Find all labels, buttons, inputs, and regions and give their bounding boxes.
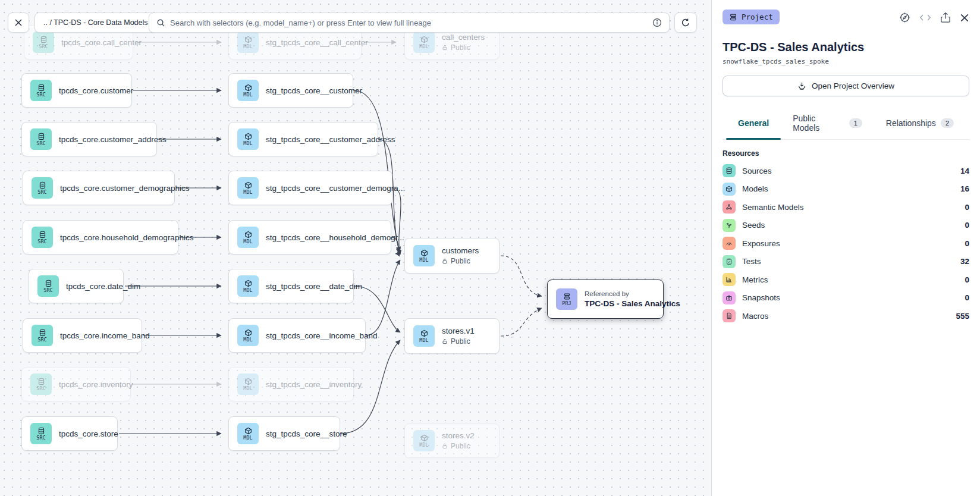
info-icon[interactable] <box>652 18 662 27</box>
mdl-badge: MDL <box>243 337 252 343</box>
resource-row-tests[interactable]: Tests 32 <box>723 253 969 271</box>
cube-icon <box>244 231 252 238</box>
resource-count: 0 <box>965 275 969 284</box>
lineage-compass-icon[interactable] <box>899 12 910 23</box>
node-label: stg_tpcds_core__customer_address <box>266 135 395 144</box>
lineage-node-referenced-project[interactable]: PRJ Referenced by TPC-DS - Sales Analyti… <box>547 280 664 319</box>
source-icon: SRC <box>37 275 59 297</box>
src-badge: SRC <box>36 435 45 441</box>
mdl-badge: MDL <box>243 386 252 391</box>
lineage-node-src-store[interactable]: SRC tpcds_core.store <box>21 416 118 451</box>
lineage-node-stores-v1[interactable]: MDL stores.v1 Public <box>404 318 500 354</box>
source-icon: SRC <box>32 177 53 199</box>
public-access-label: Public <box>442 442 475 450</box>
node-label: stg_tpcds_core__household_demogr... <box>266 233 404 242</box>
lineage-canvas[interactable]: SRC tpcds_core.call_center MDL stg_tpcds… <box>0 0 711 496</box>
database-icon <box>39 181 46 189</box>
resource-row-semantic-models[interactable]: Semantic Models 0 <box>723 198 969 216</box>
resource-count: 0 <box>965 203 969 212</box>
cube-icon <box>244 36 252 43</box>
resource-row-seeds[interactable]: Seeds 0 <box>723 216 969 235</box>
lineage-node-stg-customer-address[interactable]: MDL stg_tpcds_core__customer_address <box>228 122 378 156</box>
share-icon[interactable] <box>940 12 951 23</box>
node-label: stg_tpcds_core__customer <box>266 86 362 95</box>
open-project-overview-button[interactable]: Open Project Overview <box>723 76 969 96</box>
resource-row-macros[interactable]: Macros 555 <box>723 307 969 325</box>
database-icon <box>40 36 48 43</box>
lineage-node-stores-v2[interactable]: MDL stores.v2 Public <box>404 423 500 458</box>
cube-icon <box>420 329 428 337</box>
unlock-icon <box>442 45 448 51</box>
panel-tabs: General Public Models 1 Relationships 2 <box>723 110 969 140</box>
src-badge: SRC <box>39 44 48 49</box>
seeds-icon <box>723 219 736 232</box>
lineage-node-stg-store[interactable]: MDL stg_tpcds_core__store <box>228 416 340 451</box>
snapshots-icon <box>723 291 736 304</box>
close-lineage-button[interactable] <box>8 12 29 33</box>
model-icon: MDL <box>237 275 259 297</box>
breadcrumb[interactable]: .. / TPC-DS - Core Data Models <box>34 12 157 33</box>
database-icon <box>37 84 45 92</box>
mdl-badge: MDL <box>243 435 252 441</box>
tab-count-badge: 1 <box>849 118 862 128</box>
mdl-badge: MDL <box>419 258 428 263</box>
lineage-node-src-income-band[interactable]: SRC tpcds_core.income_band <box>23 318 142 353</box>
src-badge: SRC <box>37 190 46 195</box>
source-icon: SRC <box>30 373 52 395</box>
close-panel-icon[interactable] <box>960 13 969 23</box>
lineage-node-customers[interactable]: MDL customers Public <box>404 238 500 274</box>
code-icon[interactable] <box>919 13 931 22</box>
node-label: stg_tpcds_core__store <box>266 429 347 438</box>
lineage-node-src-date-dim[interactable]: SRC tpcds_core.date_dim <box>29 269 124 303</box>
search-bar[interactable] <box>149 12 670 33</box>
database-icon <box>37 427 45 435</box>
search-input[interactable] <box>170 18 648 27</box>
node-label: tpcds_core.call_center <box>61 38 142 47</box>
search-icon <box>156 18 165 27</box>
stack-icon <box>729 13 737 21</box>
resource-row-snapshots[interactable]: Snapshots 0 <box>723 289 969 307</box>
node-label: customers <box>442 246 479 255</box>
lineage-node-src-customer[interactable]: SRC tpcds_core.customer <box>21 73 132 108</box>
resource-row-sources[interactable]: Sources 14 <box>723 162 969 180</box>
resource-row-models[interactable]: Models 16 <box>723 180 969 199</box>
resource-row-exposures[interactable]: Exposures 0 <box>723 234 969 253</box>
lineage-node-stg-date-dim[interactable]: MDL stg_tpcds_core__date_dim <box>228 269 354 303</box>
lineage-node-stg-income-band[interactable]: MDL stg_tpcds_core__income_band <box>228 318 366 353</box>
src-badge: SRC <box>36 386 45 391</box>
lineage-node-stg-inventory[interactable]: MDL stg_tpcds_core__inventory <box>228 367 354 401</box>
mdl-badge: MDL <box>243 190 252 195</box>
model-icon: MDL <box>237 227 259 248</box>
refresh-button[interactable] <box>674 12 697 33</box>
lineage-node-src-customer-demographics[interactable]: SRC tpcds_core.customer_demographics <box>23 171 175 205</box>
lineage-node-src-inventory[interactable]: SRC tpcds_core.inventory <box>21 367 131 401</box>
macros-icon <box>723 309 736 322</box>
model-icon: MDL <box>237 325 259 346</box>
lineage-node-src-customer-address[interactable]: SRC tpcds_core.customer_address <box>21 122 157 156</box>
resource-count: 0 <box>965 239 969 248</box>
resources-list: Sources 14 Models 16 Semantic Models 0 S… <box>723 162 969 325</box>
node-label: stg_tpcds_core__date_dim <box>266 282 362 291</box>
cube-icon <box>244 181 252 189</box>
refresh-icon <box>681 18 690 27</box>
tab-general[interactable]: General <box>726 110 781 139</box>
model-icon: MDL <box>237 128 259 150</box>
resource-count: 32 <box>960 257 969 266</box>
lineage-node-stg-household-demographics[interactable]: MDL stg_tpcds_core__household_demogr... <box>228 220 391 255</box>
sources-icon <box>723 164 736 177</box>
mdl-badge: MDL <box>243 288 252 293</box>
source-icon: SRC <box>30 128 52 150</box>
lineage-node-src-household-demographics[interactable]: SRC tpcds_core.household_demographics <box>23 220 178 255</box>
tests-icon <box>723 255 736 268</box>
unlock-icon <box>442 338 448 344</box>
project-icon: PRJ <box>556 288 577 310</box>
semantic-models-icon <box>723 200 736 214</box>
cube-icon <box>244 427 252 435</box>
resource-row-metrics[interactable]: Metrics 0 <box>723 271 969 289</box>
tab-public-models[interactable]: Public Models 1 <box>781 110 874 139</box>
model-icon: MDL <box>237 423 259 444</box>
tab-relationships[interactable]: Relationships 2 <box>874 110 966 139</box>
unlock-icon <box>442 443 448 449</box>
lineage-node-stg-customer-demographics[interactable]: MDL stg_tpcds_core__customer_demogra... <box>228 171 392 205</box>
lineage-node-stg-customer[interactable]: MDL stg_tpcds_core__customer <box>228 73 353 108</box>
